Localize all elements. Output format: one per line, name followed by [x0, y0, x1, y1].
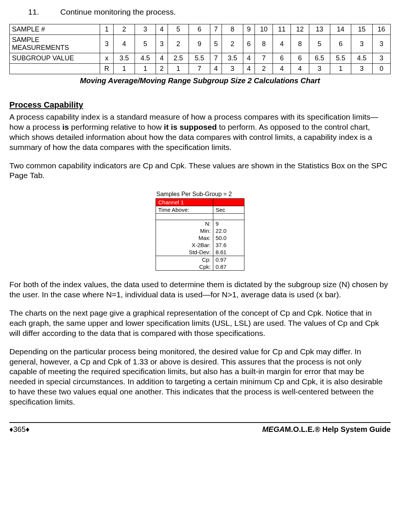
- table-cell: 15: [351, 24, 372, 35]
- p1-c: performing relative to how: [69, 123, 164, 131]
- page-footer: ♦365♦ MEGAM.O.L.E.® Help System Guide: [9, 422, 391, 434]
- stats-row: N:9: [156, 220, 244, 228]
- table-cell: 1: [100, 24, 114, 35]
- table-cell: 6: [330, 35, 351, 53]
- table-cell: 2: [156, 64, 168, 74]
- footer-guide-mega: MEGA: [262, 425, 285, 433]
- table-cell: 4.5: [351, 53, 372, 64]
- table-cell: R: [100, 64, 114, 74]
- table-cell: 3.5: [114, 53, 135, 64]
- stats-channel-label: Channel 1: [156, 199, 213, 206]
- table-cell: 7: [255, 53, 273, 64]
- table-cell: 3: [222, 64, 243, 74]
- table-caption: Moving Average/Moving Range Subgroup Siz…: [9, 76, 391, 85]
- paragraph-4: The charts on the next page give a graph…: [9, 308, 391, 339]
- paragraph-3: For both of the index values, the data u…: [9, 280, 391, 300]
- table-cell: 7: [210, 53, 222, 64]
- stats-label: Max:: [156, 234, 213, 241]
- table-cell: 2: [255, 64, 273, 74]
- table-row: R112174342443130: [10, 64, 391, 74]
- stats-label: Min:: [156, 227, 213, 234]
- table-cell: 2: [168, 35, 189, 53]
- table-cell: 5: [168, 24, 189, 35]
- row-label: SAMPLE #: [10, 24, 100, 35]
- table-cell: 7: [210, 24, 222, 35]
- table-cell: 6: [291, 53, 309, 64]
- stats-channel-value: [213, 199, 244, 206]
- stats-label: Std-Dev:: [156, 249, 213, 256]
- stats-value: 0.97: [213, 256, 244, 264]
- footer-page-number: 365: [13, 425, 25, 433]
- table-cell: 10: [255, 24, 273, 35]
- table-cell: 4: [210, 64, 222, 74]
- table-cell: 1: [168, 64, 189, 74]
- table-cell: 6: [189, 24, 210, 35]
- stats-timeabove-row: Time Above: Sec: [156, 206, 244, 214]
- statistics-table: Channel 1 Time Above: Sec N:9Min:22.0Max…: [156, 198, 244, 271]
- table-cell: 4: [243, 53, 255, 64]
- step-number: 11.: [28, 7, 58, 16]
- table-cell: 4: [273, 64, 291, 74]
- table-cell: 4: [114, 35, 135, 53]
- table-cell: 1: [135, 64, 156, 74]
- stats-row: Cp:0.97: [156, 256, 244, 264]
- stats-row: Max:50.0: [156, 234, 244, 241]
- table-cell: 4: [156, 53, 168, 64]
- table-cell: 2: [222, 35, 243, 53]
- table-cell: 4: [156, 24, 168, 35]
- table-cell: 13: [309, 24, 330, 35]
- table-cell: 3: [135, 24, 156, 35]
- row-label: SAMPLE MEASUREMENTS: [10, 35, 100, 53]
- stats-label: X-2Bar:: [156, 241, 213, 249]
- table-cell: 0: [372, 64, 390, 74]
- paragraph-5: Depending on the particular process bein…: [9, 347, 391, 407]
- row-label: SUBGROUP VALUE: [10, 53, 100, 64]
- table-cell: 8: [222, 24, 243, 35]
- stats-value: 50.0: [213, 234, 244, 241]
- table-cell: 11: [273, 24, 291, 35]
- stats-row: Cpk:0.87: [156, 263, 244, 271]
- stats-row: Min:22.0: [156, 227, 244, 234]
- table-cell: 6.5: [309, 53, 330, 64]
- table-cell: 5.5: [330, 53, 351, 64]
- stats-timeabove-label: Time Above:: [156, 206, 213, 214]
- stats-label: Cpk:: [156, 263, 213, 271]
- stats-row: X-2Bar:37.6: [156, 241, 244, 249]
- table-cell: 3: [351, 64, 372, 74]
- stats-channel-row: Channel 1: [156, 199, 244, 206]
- table-row: SAMPLE #12345678910111213141516: [10, 24, 391, 35]
- table-cell: 4.5: [135, 53, 156, 64]
- footer-page: ♦365♦: [9, 425, 30, 434]
- statistics-box-wrap: Samples Per Sub-Group = 2 Channel 1 Time…: [9, 189, 391, 271]
- stats-timeabove-value: Sec: [213, 206, 244, 214]
- stats-row: Std-Dev:8.61: [156, 249, 244, 256]
- table-cell: 8: [291, 35, 309, 53]
- table-cell: 14: [330, 24, 351, 35]
- table-cell: 3: [372, 35, 390, 53]
- footer-guide-rest: M.O.L.E.® Help System Guide: [285, 425, 391, 433]
- table-cell: 4: [291, 64, 309, 74]
- table-cell: x: [100, 53, 114, 64]
- stats-value: 0.87: [213, 263, 244, 271]
- table-row: SAMPLE MEASUREMENTS3453295268485633: [10, 35, 391, 53]
- statsbox-caption: Samples Per Sub-Group = 2: [156, 191, 244, 198]
- section-heading: Process Capability: [9, 100, 391, 110]
- table-cell: 7: [189, 64, 210, 74]
- paragraph-1: A process capability index is a standard…: [9, 112, 391, 153]
- statistics-box: Samples Per Sub-Group = 2 Channel 1 Time…: [156, 191, 244, 271]
- table-cell: 2: [114, 24, 135, 35]
- table-cell: 5: [135, 35, 156, 53]
- step-line: 11. Continue monitoring the process.: [28, 7, 391, 16]
- table-cell: 5: [309, 35, 330, 53]
- stats-label: N:: [156, 220, 213, 228]
- table-row: SUBGROUP VALUEx3.54.542.55.573.547666.55…: [10, 53, 391, 64]
- table-cell: 8: [255, 35, 273, 53]
- table-cell: 3: [100, 35, 114, 53]
- table-cell: 3.5: [222, 53, 243, 64]
- table-cell: 1: [330, 64, 351, 74]
- calculations-table: SAMPLE #12345678910111213141516SAMPLE ME…: [9, 24, 391, 74]
- table-cell: 3: [309, 64, 330, 74]
- stats-value: 9: [213, 220, 244, 228]
- table-cell: 9: [189, 35, 210, 53]
- stats-value: 8.61: [213, 249, 244, 256]
